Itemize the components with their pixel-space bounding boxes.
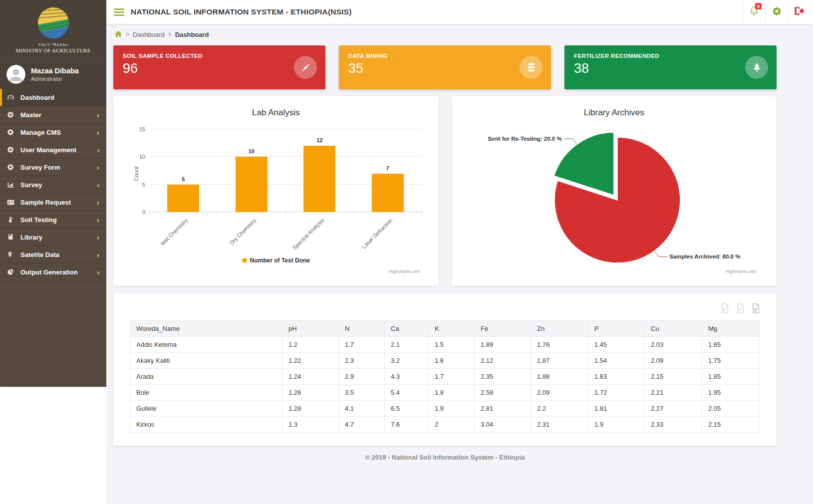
table-row: Bole1.263.55.41.82.582.091.722.211.95 xyxy=(130,385,760,401)
chevron-right-icon: › xyxy=(97,268,99,276)
cell-value: 1.7 xyxy=(429,369,475,385)
sidebar-item-master[interactable]: Master› xyxy=(0,106,106,124)
avatar xyxy=(6,65,25,84)
cell-value: 2.58 xyxy=(475,385,531,401)
hamburger-menu-icon[interactable] xyxy=(114,7,124,17)
pie-data-label: Sent for Re-Testing: 20.0 % xyxy=(488,136,561,142)
gear-icon xyxy=(7,129,20,136)
sidebar-item-sample-request[interactable]: Sample Request› xyxy=(0,194,106,211)
cell-value: 1.72 xyxy=(588,385,645,401)
legend-label: Number of Test Done xyxy=(250,257,310,264)
id-card-icon xyxy=(7,199,20,206)
cell-value: 2.09 xyxy=(531,385,588,401)
cell-value: 1.65 xyxy=(702,337,760,353)
stat-card-fertilizer-recommended[interactable]: FERTILIZER RECOMMENDED38 xyxy=(564,45,777,89)
y-tick-label: 5 xyxy=(126,182,145,188)
lab-analysis-chart-card: Lab Analysis Count 0510155Wet Chemistry1… xyxy=(113,96,439,286)
cell-value: 1.28 xyxy=(282,401,339,417)
stat-cards-row: SOIL SAMPLE COLLECTED96DATA MINING35FERT… xyxy=(113,45,777,89)
column-header-k: K xyxy=(429,321,475,337)
cell-woreda-name: Addis Ketema xyxy=(130,337,282,353)
pie-label-connector xyxy=(654,252,667,257)
map-marker-icon xyxy=(7,251,20,258)
stat-card-soil-sample-collected[interactable]: SOIL SAMPLE COLLECTED96 xyxy=(113,45,325,89)
breadcrumb-dashboard-link[interactable]: Dashboard xyxy=(133,31,165,38)
sidebar-item-dashboard[interactable]: Dashboard xyxy=(0,89,106,106)
legend-marker xyxy=(242,258,247,263)
sign-out-icon xyxy=(794,6,805,18)
settings-button[interactable] xyxy=(765,0,788,24)
breadcrumb-current-page: Dashboard xyxy=(175,31,209,38)
sidebar-item-user-management[interactable]: User Management› xyxy=(0,141,106,159)
chevron-right-icon: › xyxy=(97,181,99,189)
sidebar-item-label: Survey xyxy=(20,181,97,189)
cell-value: 2.15 xyxy=(645,369,702,385)
sidebar-item-survey-form[interactable]: Survey Form› xyxy=(0,159,106,176)
sidebar-menu: DashboardMaster›Manage CMS›User Manageme… xyxy=(0,89,106,281)
cell-woreda-name: Bole xyxy=(130,385,282,401)
x-tick-mark xyxy=(218,212,218,215)
cell-value: 2.03 xyxy=(645,337,702,353)
highcharts-credit-link[interactable]: Highcharts.com xyxy=(389,269,420,274)
export-file-excel-icon[interactable]: x xyxy=(721,303,729,313)
column-header-ca: Ca xyxy=(385,321,429,337)
pie-data-label: Samples Archived: 80.0 % xyxy=(669,253,740,259)
notification-badge: 5 xyxy=(755,3,762,9)
cell-value: 2.33 xyxy=(645,417,702,433)
logout-button[interactable] xyxy=(788,0,810,24)
chart-title: Lab Analysis xyxy=(113,96,439,118)
area-chart-icon xyxy=(7,181,20,189)
cell-woreda-name: Kirkos xyxy=(130,417,282,433)
grid-line xyxy=(149,156,422,157)
cell-value: 1.63 xyxy=(588,369,645,385)
chevron-right-icon: › xyxy=(97,216,99,224)
sidebar-item-label: Output Generation xyxy=(20,268,97,276)
column-header-woreda-name: Woreda_Name xyxy=(130,321,282,337)
user-name: Mazaa Dibaba xyxy=(31,67,79,75)
column-header-zn: Zn xyxy=(531,321,588,337)
chevron-right-icon: › xyxy=(97,146,99,154)
sidebar-item-satelite-data[interactable]: Satelite Data› xyxy=(0,246,106,263)
bar-wet-chemistry[interactable] xyxy=(167,185,199,212)
home-icon[interactable] xyxy=(114,30,122,39)
highcharts-credit-link[interactable]: Highcharts.com xyxy=(725,269,757,274)
user-role: Adminstrator xyxy=(31,76,79,82)
chart-legend[interactable]: Number of Test Done xyxy=(113,257,439,264)
chevron-right-icon: › xyxy=(97,111,99,119)
bar-value-label: 7 xyxy=(372,165,404,171)
cell-value: 1.81 xyxy=(588,401,645,417)
bar-laser-defraction[interactable] xyxy=(372,174,404,212)
cell-value: 2.09 xyxy=(645,353,702,369)
chevron-right-icon: › xyxy=(97,129,99,136)
column-header-cu: Cu xyxy=(645,321,702,337)
cell-value: 3.5 xyxy=(339,385,385,401)
stat-card-value: 38 xyxy=(574,61,767,76)
pie-label-connector xyxy=(563,139,576,144)
cell-value: 1.26 xyxy=(282,385,339,401)
app-title: NATIONAL SOIL INFORMATION SYSTEM - ETHIO… xyxy=(131,7,352,16)
cell-value: 4.3 xyxy=(385,369,429,385)
cell-value: 1.89 xyxy=(475,337,531,353)
sidebar-item-label: Manage CMS xyxy=(20,129,97,136)
bar-spectral-analysis[interactable] xyxy=(303,146,335,212)
column-header-mg: Mg xyxy=(702,321,760,337)
gear-icon xyxy=(772,6,782,18)
pie-chart: Samples Archived: 80.0 %Sent for Re-Test… xyxy=(452,114,777,281)
sidebar-item-output-generation[interactable]: Output Generation› xyxy=(0,263,106,281)
y-tick-label: 10 xyxy=(126,154,145,160)
export-file-text-icon[interactable] xyxy=(752,303,760,313)
notifications-button[interactable]: 5 xyxy=(743,0,765,24)
cell-value: 1.3 xyxy=(282,417,339,433)
sidebar-item-survey[interactable]: Survey› xyxy=(0,176,106,194)
bar-dry-chemistry[interactable] xyxy=(236,157,268,212)
sidebar: ግብርና ሚኒስቴር MINISTRY OF AGRICULTURE Mazaa… xyxy=(0,0,106,504)
stat-card-data-mining[interactable]: DATA MINING35 xyxy=(339,45,551,89)
tree-icon xyxy=(745,56,768,79)
sidebar-item-library[interactable]: Library› xyxy=(0,229,106,246)
sidebar-item-soil-testing[interactable]: Soil Testing› xyxy=(0,211,106,229)
sidebar-item-manage-cms[interactable]: Manage CMS› xyxy=(0,124,106,141)
thermometer-icon xyxy=(7,217,20,223)
x-tick-mark xyxy=(422,212,422,215)
cell-woreda-name: Akaky Kaliti xyxy=(130,353,282,369)
export-file-pdf-icon[interactable]: A xyxy=(736,303,745,313)
